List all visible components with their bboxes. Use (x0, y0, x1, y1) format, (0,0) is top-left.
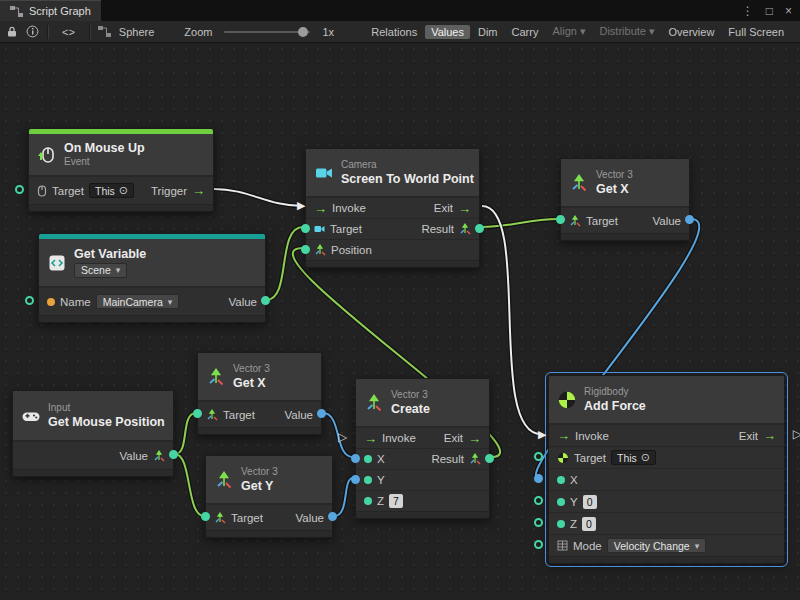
target-label: Target (330, 223, 362, 235)
port-value-output[interactable] (261, 296, 270, 305)
vector3-icon (364, 393, 384, 413)
port-value-output[interactable] (317, 409, 326, 418)
node-title: Get Variable (74, 247, 146, 261)
node-vector3-create[interactable]: Vector 3 Create → Invoke Exit → X Result… (355, 378, 490, 519)
chevron-down-icon: ▾ (168, 297, 173, 307)
port-name-input[interactable] (25, 296, 34, 305)
port-result-output[interactable] (485, 454, 494, 463)
port-target-input[interactable] (301, 224, 310, 233)
flow-arrow-icon: → (314, 202, 327, 215)
node-footer (13, 469, 173, 476)
close-icon[interactable]: × (785, 4, 792, 18)
vector3-mini-icon (459, 223, 471, 235)
graph-name: Sphere (119, 26, 154, 38)
carry-button[interactable]: Carry (506, 25, 545, 39)
z-value-field[interactable]: 0 (582, 517, 596, 531)
graph-toolbar: <> Sphere Zoom 1x Relations Values Dim C… (0, 21, 800, 43)
float-dot-icon (364, 497, 372, 505)
value-label: Value (652, 215, 681, 227)
variable-icon (47, 253, 67, 273)
flow-arrow-icon: → (364, 432, 377, 445)
port-target-input[interactable] (201, 512, 210, 521)
port-invoke-input[interactable]: ▶ (297, 200, 305, 211)
port-x-input[interactable] (351, 454, 360, 463)
target-icon: ⊙ (641, 451, 650, 464)
trigger-label: Trigger (151, 185, 187, 197)
port-invoke-input[interactable]: ▷ (338, 431, 347, 443)
node-title: Add Force (584, 399, 646, 413)
x-label: X (570, 474, 578, 486)
fullscreen-button[interactable]: Full Screen (722, 25, 790, 39)
node-get-mouse-position[interactable]: Input Get Mouse Position Value (12, 390, 174, 477)
node-vector3-get-x-mid[interactable]: Vector 3 Get X Target Value (197, 352, 322, 435)
port-target-input[interactable] (534, 452, 543, 461)
node-rigidbody-add-force[interactable]: Rigidbody Add Force → Invoke Exit → Targ… (548, 375, 785, 564)
target-label: Target (586, 215, 618, 227)
node-vector3-get-x-top[interactable]: Vector 3 Get X Target Value (560, 158, 690, 241)
result-label: Result (431, 453, 464, 465)
dim-button[interactable]: Dim (472, 25, 504, 39)
name-label: Name (60, 296, 91, 308)
lock-icon[interactable] (6, 25, 18, 38)
node-title: Get Mouse Position (48, 415, 165, 429)
port-x-input[interactable] (534, 474, 543, 483)
port-target-input[interactable] (556, 215, 565, 224)
node-footer (561, 233, 689, 240)
values-button[interactable]: Values (425, 25, 470, 39)
port-invoke-input[interactable]: ▶ (538, 429, 546, 440)
chevron-down-icon: ▾ (695, 541, 700, 551)
mode-dropdown[interactable]: Velocity Change ▾ (607, 538, 706, 553)
maximize-icon[interactable]: □ (766, 4, 773, 18)
tab-script-graph[interactable]: Script Graph (0, 0, 101, 21)
mode-label: Mode (573, 540, 602, 552)
relations-button[interactable]: Relations (365, 25, 423, 39)
target-label: Target (223, 409, 255, 421)
port-mode-input[interactable] (534, 540, 543, 549)
float-dot-icon (557, 498, 565, 506)
port-result-output[interactable] (475, 224, 484, 233)
port-position-input[interactable] (301, 245, 310, 254)
node-footer (198, 427, 321, 434)
menu-icon[interactable]: ⋮ (742, 4, 754, 18)
align-button[interactable]: Align ▾ (546, 24, 591, 39)
overview-button[interactable]: Overview (663, 25, 721, 39)
port-z-input[interactable] (534, 518, 543, 527)
port-y-input[interactable] (351, 475, 360, 484)
port-value-output[interactable] (685, 215, 694, 224)
node-get-variable[interactable]: Get Variable Scene ▾ Name MainCamera ▾ V… (38, 233, 266, 323)
port-value-output[interactable] (169, 450, 178, 459)
zoom-slider[interactable] (224, 31, 310, 33)
info-icon[interactable] (26, 25, 39, 38)
node-on-mouse-up[interactable]: On Mouse Up Event Target This ⊙ Trigger … (28, 128, 214, 212)
variable-kind-dropdown[interactable]: Scene ▾ (74, 263, 127, 278)
target-this-chip[interactable]: This ⊙ (89, 183, 134, 198)
node-title: Get Y (241, 479, 278, 493)
z-label: Z (570, 518, 577, 530)
y-value-field[interactable]: 0 (583, 495, 597, 509)
distribute-button[interactable]: Distribute ▾ (593, 24, 660, 39)
node-title: Get X (596, 182, 633, 196)
port-y-input[interactable] (534, 496, 543, 505)
variable-name-dropdown[interactable]: MainCamera ▾ (96, 294, 180, 309)
zoom-slider-handle[interactable] (298, 27, 308, 37)
node-vector3-get-y[interactable]: Vector 3 Get Y Target Value (205, 455, 333, 538)
y-label: Y (570, 496, 578, 508)
node-footer (306, 260, 479, 267)
node-category: Input (48, 402, 165, 414)
separator (89, 25, 90, 39)
tab-bar: Script Graph ⋮ □ × (0, 0, 800, 21)
vector3-mini-icon (153, 450, 165, 462)
target-this-chip[interactable]: This ⊙ (611, 450, 656, 465)
port-target-input[interactable] (193, 409, 202, 418)
node-category: Vector 3 (391, 389, 430, 401)
result-label: Result (421, 223, 454, 235)
port-exit-output[interactable]: ▷ (793, 428, 800, 440)
node-screen-to-world-point[interactable]: Camera Screen To World Point → Invoke Ex… (305, 148, 480, 268)
node-subtitle: Event (64, 156, 145, 168)
port-target-input[interactable] (15, 185, 24, 194)
code-view-icon[interactable]: <> (56, 25, 81, 39)
z-value-field[interactable]: 7 (389, 494, 403, 508)
zoom-label: Zoom (184, 26, 212, 38)
node-category: Rigidbody (584, 386, 646, 398)
port-value-output[interactable] (328, 512, 337, 521)
